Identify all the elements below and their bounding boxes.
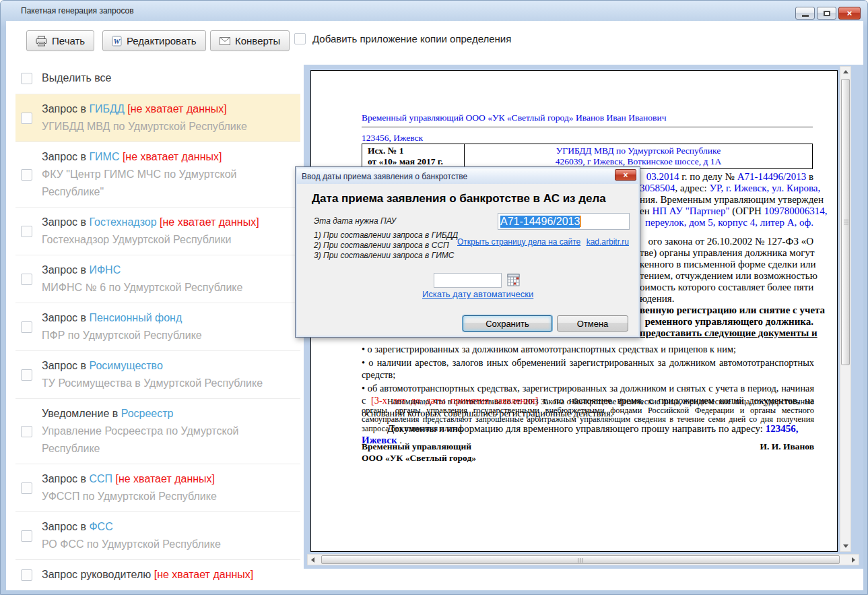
document-addressee-line: Временный управляющий ООО «УК «Светлый г…	[362, 113, 813, 127]
envelopes-button-label: Конверты	[235, 35, 280, 46]
item-checkbox[interactable]	[21, 569, 32, 581]
calendar-icon	[507, 274, 520, 286]
text-segment: переулок, дом 5, корпус 4, литер А, оф.	[645, 217, 813, 228]
text-segment: о зарегистрированных за должником автомо…	[368, 344, 736, 354]
open-case-page-link[interactable]: Открыть страницу дела на сайте	[457, 237, 580, 247]
item-recipient-link[interactable]: ИФНС	[89, 264, 121, 276]
item-checkbox[interactable]	[21, 321, 32, 333]
item-subtitle: ТУ Росимущества в Удмуртской Республике	[42, 375, 298, 392]
dialog-heading: Дата приема заявления о банкротстве в АС…	[312, 192, 606, 206]
item-checkbox[interactable]	[21, 274, 32, 285]
list-item-gostekhnadzor[interactable]: Запрос в Гостехнадзор [не хватает данных…	[15, 208, 300, 255]
document-bullet: • о зарегистрированных за должником авто…	[362, 343, 814, 356]
document-text-line: 3058504, адрес: УР, г. Ижевск, ул. Киров…	[640, 183, 813, 194]
item-recipient-link[interactable]: Росимущество	[89, 360, 162, 371]
list-item-fss[interactable]: Запрос в ФССРО ФСС по Удмуртской Республ…	[15, 512, 300, 560]
request-list: Выделить все Запрос в ГИБДД [не хватает …	[15, 61, 300, 588]
item-text: Уведомление в РосреестрУправление Росрее…	[42, 405, 298, 458]
item-subtitle: МИФНС № 6 по Удмуртской Республике	[42, 279, 298, 296]
select-all-checkbox[interactable]	[21, 73, 32, 84]
case-number-input[interactable]: А71-14496/2013	[498, 213, 630, 230]
item-recipient-link[interactable]: ГИБДД	[89, 103, 124, 115]
item-title: Запрос в Росимущество	[42, 357, 298, 375]
list-item-pension-fond[interactable]: Запрос в Пенсионный фондПФР по Удмуртско…	[15, 303, 300, 351]
text-segment: , адрес:	[675, 183, 710, 193]
word-document-icon: W	[112, 36, 122, 46]
maximize-icon	[824, 11, 830, 16]
item-recipient-link[interactable]: ГИМС	[89, 151, 119, 162]
item-recipient-link[interactable]: ССП	[89, 473, 112, 484]
item-checkbox[interactable]	[21, 226, 32, 237]
item-title-prefix: Запрос в	[42, 312, 89, 323]
scrollbar-grip-icon	[578, 558, 583, 563]
item-subtitle: ФКУ "Центр ГИМС МЧС по Удмуртской Респуб…	[42, 166, 298, 201]
text-segment: кенного в письменной форме сделки или	[640, 259, 815, 270]
attach-copy-checkbox[interactable]	[294, 33, 306, 44]
text-segment: (ОГРН	[730, 206, 764, 216]
item-checkbox[interactable]	[21, 530, 32, 542]
select-all-label: Выделить все	[42, 72, 111, 84]
item-recipient-link[interactable]: Гостехнадзор	[89, 216, 156, 228]
dialog-title-bar[interactable]: Ввод даты приема заявления о банкротстве	[297, 168, 638, 184]
scroll-left-button[interactable]	[308, 555, 318, 565]
scrollbar-grip-icon	[844, 220, 848, 225]
list-item-gims[interactable]: Запрос в ГИМС [не хватает данных]ФКУ "Це…	[15, 142, 300, 208]
minimize-button[interactable]	[795, 7, 815, 20]
text-segment: в	[806, 171, 813, 182]
horizontal-scrollbar-thumb[interactable]	[321, 555, 840, 564]
maximize-button[interactable]	[817, 7, 836, 20]
scroll-up-button[interactable]	[840, 67, 850, 77]
horizontal-scrollbar[interactable]	[307, 554, 859, 565]
item-title: Запрос в Гостехнадзор [не хватает данных…	[42, 214, 298, 231]
text-segment: тве) органы управления должника могут	[640, 247, 815, 258]
envelopes-button[interactable]: Конверты	[210, 30, 290, 51]
scroll-right-button[interactable]	[848, 555, 859, 565]
dialog-note: Эта дата нужна ПАУ	[314, 216, 396, 226]
list-item-rukovoditel[interactable]: Запрос руководителю [не хватает данных]	[15, 560, 300, 588]
close-icon: ×	[623, 171, 628, 179]
item-title-prefix: Уведомление в	[42, 408, 121, 419]
item-checkbox[interactable]	[21, 482, 32, 494]
request-list-items: Запрос в ГИБДД [не хватает данных]УГИБДД…	[15, 94, 300, 588]
vertical-scrollbar[interactable]	[840, 66, 851, 552]
list-item-ifns[interactable]: Запрос в ИФНСМИФНС № 6 по Удмуртской Рес…	[15, 255, 300, 303]
text-segment: ого закона от 26.10.2002 № 127-ФЗ «О	[648, 236, 813, 247]
item-title-prefix: Запрос в	[42, 521, 89, 532]
edit-button[interactable]: W Редактировать	[102, 30, 206, 51]
select-all-row[interactable]: Выделить все	[15, 61, 300, 94]
item-title-prefix: Запрос в	[42, 151, 89, 162]
save-button[interactable]: Сохранить	[463, 315, 552, 332]
print-button[interactable]: Печать	[26, 30, 94, 51]
item-title: Запрос в Пенсионный фонд	[42, 309, 298, 327]
text-caret	[580, 216, 581, 227]
cancel-button[interactable]: Отмена	[557, 315, 628, 332]
dialog-close-button[interactable]: ×	[615, 169, 636, 181]
title-bar[interactable]: Пакетная генерация запросов ×	[1, 1, 867, 21]
document-signature-company: ООО «УК «Светлый город»	[362, 452, 476, 464]
text-segment: венную регистрацию или снятие с учета	[640, 305, 825, 315]
vertical-scrollbar-thumb[interactable]	[841, 79, 850, 365]
list-item-gibdd[interactable]: Запрос в ГИБДД [не хватает данных]УГИБДД…	[15, 94, 300, 142]
kad-arbitr-link[interactable]: kad.arbitr.ru	[587, 237, 629, 247]
item-recipient-link[interactable]: ФСС	[89, 521, 112, 532]
close-button[interactable]: ×	[838, 7, 861, 20]
calendar-picker-button[interactable]	[506, 272, 521, 288]
item-checkbox[interactable]	[21, 169, 32, 181]
item-subtitle: УГИБДД МВД по Удмуртской Республике	[42, 118, 298, 135]
item-checkbox[interactable]	[21, 113, 32, 124]
find-date-automatically-link[interactable]: Искать дату автоматически	[422, 289, 533, 299]
item-text: Запрос в ГИМС [не хватает данных]ФКУ "Це…	[42, 148, 298, 201]
list-item-rosimushchestvo[interactable]: Запрос в РосимуществоТУ Росимущества в У…	[15, 351, 300, 399]
item-recipient-link[interactable]: Росреестр	[121, 408, 174, 419]
item-recipient-link[interactable]: Пенсионный фонд	[89, 312, 182, 323]
dialog-reason-line: 3) При составлении запроса в ГИМС	[314, 251, 458, 261]
date-input[interactable]	[434, 273, 502, 288]
item-checkbox[interactable]	[21, 426, 32, 437]
list-item-ssp[interactable]: Запрос в ССП [не хватает данных]УФССП по…	[15, 464, 300, 512]
item-checkbox[interactable]	[21, 369, 32, 381]
document-recipient-name: УГИБДД МВД по Удмуртской Республике	[470, 146, 807, 156]
attach-copy-checkbox-label: Добавить приложение копии определения	[312, 33, 511, 44]
list-item-rosreestr[interactable]: Уведомление в РосреестрУправление Росрее…	[15, 399, 300, 464]
scroll-down-button[interactable]	[840, 541, 850, 551]
missing-data-badge: [не хватает данных]	[151, 569, 253, 580]
